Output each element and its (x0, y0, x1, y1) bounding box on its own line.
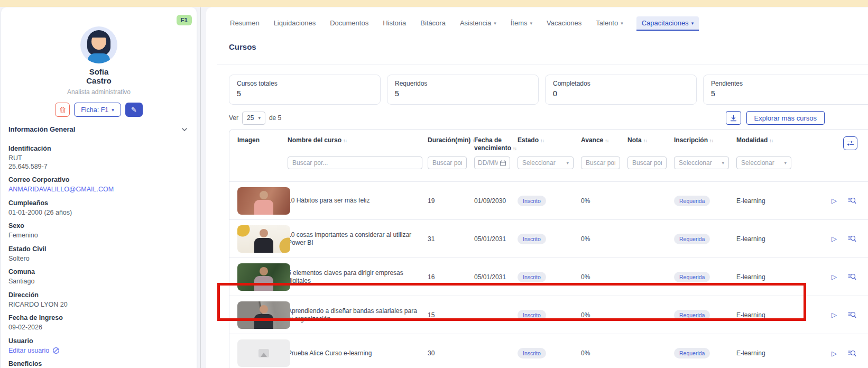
field-value: 25.645.589-7 (8, 163, 187, 171)
course-name: 10 cosas importantes a considerar al uti… (288, 231, 428, 247)
ficha-dropdown-button[interactable]: Ficha: F1 ▾ (74, 103, 121, 117)
stats-cards: Cursos totales 5 Requeridos 5 Completado… (229, 75, 868, 105)
field-label: Estado Civil (8, 245, 187, 253)
course-name: Prueba Alice Curso e-learning (288, 349, 428, 357)
field-value: RICARDO LYON 20 (8, 301, 187, 309)
sort-icon: ↑↓ (643, 138, 647, 143)
col-avance[interactable]: Avance↑↓ (581, 136, 627, 145)
field-identificacion: Identificación RUT 25.645.589-7 (8, 145, 187, 171)
col-fecha[interactable]: Fecha de vencimiento↑↓ (474, 136, 518, 153)
course-duration: 19 (428, 197, 474, 205)
tab-asistencia[interactable]: Asistencia▾ (459, 16, 497, 31)
col-imagen: Imagen (237, 136, 288, 144)
status-badge: Inscrito (518, 348, 546, 358)
sort-icon: ↑↓ (343, 138, 347, 143)
tab-capacitaciones[interactable]: Capacitaciones▾ (636, 16, 699, 31)
header-divider (217, 65, 868, 65)
filter-fecha-input[interactable] (474, 157, 510, 169)
field-label: Correo Corporativo (8, 176, 187, 184)
total-label: de 5 (269, 114, 281, 122)
tab-historia[interactable]: Historia (382, 16, 407, 31)
sort-icon: ↑↓ (709, 138, 713, 143)
course-due-date: 05/01/2031 (474, 273, 518, 281)
course-detail-icon[interactable] (848, 235, 856, 243)
edit-employee-button[interactable]: ✎ (125, 103, 143, 117)
download-button[interactable] (726, 111, 741, 125)
tab-items[interactable]: Ítems▾ (510, 16, 533, 31)
field-label: Usuario (8, 337, 187, 345)
ver-label: Ver (229, 114, 238, 122)
field-label: Fecha de Ingreso (8, 314, 187, 322)
col-estado[interactable]: Estado↑↓ (518, 136, 581, 145)
field-value: 01-01-2000 (26 años) (8, 209, 187, 217)
play-course-icon[interactable]: ▷ (832, 349, 837, 357)
course-thumbnail (237, 187, 290, 215)
tab-liquidaciones[interactable]: Liquidaciones (273, 16, 317, 31)
field-value: Femenino (8, 232, 187, 240)
enrollment-badge: Requerida (674, 348, 710, 358)
explore-courses-button[interactable]: Explorar más cursos (746, 111, 825, 125)
column-settings-button[interactable] (843, 136, 857, 150)
stat-cursos-totales: Cursos totales 5 (229, 75, 381, 105)
tab-talento[interactable]: Talento▾ (595, 16, 624, 31)
editar-usuario-link[interactable]: Editar usuario (8, 347, 49, 355)
chevron-down-icon[interactable] (181, 126, 188, 133)
table-row: 10 cosas importantes a considerar al uti… (229, 220, 868, 258)
course-detail-icon[interactable] (848, 273, 856, 281)
section-informacion-general[interactable]: Información General (1, 125, 197, 133)
filter-estado-select[interactable]: Seleccionar▾ (518, 157, 574, 169)
col-nombre[interactable]: Nombre del curso↑↓ (288, 136, 428, 145)
play-course-icon[interactable]: ▷ (832, 273, 837, 281)
play-course-icon[interactable]: ▷ (832, 311, 837, 319)
caret-down-icon: ▾ (258, 115, 261, 121)
employee-profile-panel: F1 Sofia Castro Analista administrativo … (1, 7, 197, 368)
courses-table: Imagen Nombre del curso↑↓ Duración(min)↑… (229, 129, 868, 368)
employee-first-name: Sofia (1, 67, 197, 76)
caret-down-icon: ▾ (530, 21, 533, 26)
course-detail-icon[interactable] (848, 311, 856, 319)
course-progress: 0% (581, 273, 627, 281)
sort-icon: ↑↓ (605, 138, 608, 143)
field-value: RUT (8, 154, 187, 163)
tab-resumen[interactable]: Resumen (229, 16, 261, 31)
col-duracion[interactable]: Duración(min)↑↓ (428, 136, 474, 145)
tab-bitacora[interactable]: Bitácora (419, 16, 447, 31)
field-cumpleanos: Cumpleaños 01-01-2000 (26 años) (8, 199, 187, 217)
profile-actions: Ficha: F1 ▾ ✎ (1, 103, 197, 117)
filter-duracion-input[interactable] (428, 157, 467, 169)
col-nota[interactable]: Nota↑↓ (627, 136, 674, 145)
employee-role: Analista administrativo (1, 88, 197, 96)
filter-nota-input[interactable] (627, 157, 667, 169)
course-progress: 0% (581, 197, 627, 205)
caret-down-icon: ▾ (566, 160, 569, 165)
course-detail-icon[interactable] (848, 197, 856, 205)
status-badge: Inscrito (518, 196, 546, 206)
course-detail-icon[interactable] (848, 349, 856, 357)
enrollment-badge: Requerida (674, 310, 710, 320)
play-course-icon[interactable]: ▷ (832, 235, 837, 243)
stat-completados: Completados 0 (545, 75, 697, 105)
course-thumbnail (237, 263, 290, 291)
field-fecha-ingreso: Fecha de Ingreso 09-02-2026 (8, 314, 187, 332)
tab-documentos[interactable]: Documentos (329, 16, 370, 31)
play-course-icon[interactable]: ▷ (832, 197, 837, 205)
filter-avance-input[interactable] (581, 157, 620, 169)
email-link[interactable]: ANMARIDAVALILLO@GMAIL.COM (8, 186, 187, 194)
col-inscripcion[interactable]: Inscripción↑↓ (674, 136, 736, 145)
page-size-select[interactable]: 25 ▾ (242, 112, 265, 125)
filter-modalidad-select[interactable]: Seleccionar▾ (736, 157, 791, 169)
col-modalidad[interactable]: Modalidad↑↓ (736, 136, 799, 145)
main-content-panel: Resumen Liquidaciones Documentos Histori… (206, 7, 868, 368)
course-modality: E-learning (736, 311, 799, 319)
caret-down-icon: ▾ (691, 21, 694, 26)
status-badge: Inscrito (518, 310, 546, 320)
filter-inscripcion-select[interactable]: Seleccionar▾ (674, 157, 729, 169)
delete-employee-button[interactable] (55, 103, 70, 117)
pencil-icon: ✎ (131, 106, 137, 114)
enrollment-badge: Requerida (674, 272, 710, 282)
filter-nombre-input[interactable] (288, 157, 422, 169)
tab-vacaciones[interactable]: Vacaciones (546, 16, 583, 31)
course-thumbnail-placeholder (237, 339, 290, 367)
course-progress: 0% (581, 311, 627, 319)
sort-icon: ↑↓ (513, 146, 516, 151)
